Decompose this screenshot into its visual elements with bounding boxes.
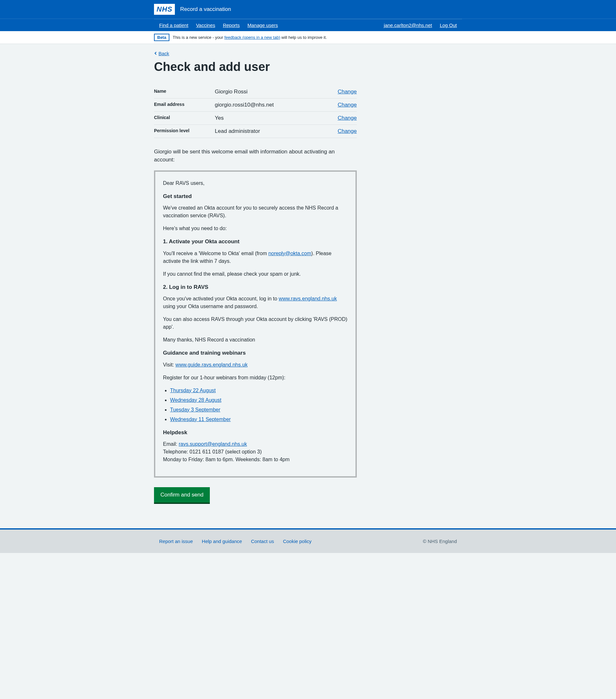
back-link[interactable]: Back xyxy=(154,51,169,56)
beta-banner: Beta This is a new service - your feedba… xyxy=(0,31,616,44)
summary-list: Name Giorgio Rossi Change Email address … xyxy=(154,85,357,138)
email-body: Monday to Friday: 8am to 6pm. Weekends: … xyxy=(163,456,348,463)
summary-row-name: Name Giorgio Rossi Change xyxy=(154,85,357,98)
summary-key: Clinical xyxy=(154,111,215,124)
change-permission-link[interactable]: Change xyxy=(337,128,357,134)
email-body: You can also access RAVS through your Ok… xyxy=(163,316,348,331)
ravs-url-link[interactable]: www.ravs.england.nhs.uk xyxy=(279,296,337,301)
webinar-link[interactable]: Wednesday 28 August xyxy=(170,397,222,403)
intro-text: Giorgio will be sent this welcome email … xyxy=(154,148,357,164)
email-body: Here's what you need to do: xyxy=(163,225,348,232)
email-heading-get-started: Get started xyxy=(163,192,348,201)
email-heading-activate: 1. Activate your Okta account xyxy=(163,237,348,246)
guide-url-link[interactable]: www.guide.ravs.england.nhs.uk xyxy=(175,362,248,368)
email-greeting: Dear RAVS users, xyxy=(163,180,348,187)
email-body: We've created an Okta account for you to… xyxy=(163,204,348,220)
nav-reports[interactable]: Reports xyxy=(223,23,240,28)
email-body: Visit: www.guide.ravs.england.nhs.uk xyxy=(163,361,348,369)
email-body: Register for our 1-hour webinars from mi… xyxy=(163,374,348,382)
footer-report-issue[interactable]: Report an issue xyxy=(159,539,193,544)
email-body: Many thanks, NHS Record a vaccination xyxy=(163,336,348,344)
change-name-link[interactable]: Change xyxy=(337,89,357,95)
summary-value: Lead administrator xyxy=(215,124,316,138)
footer-help[interactable]: Help and guidance xyxy=(202,539,242,544)
support-email-link[interactable]: ravs.support@england.nhs.uk xyxy=(179,441,247,447)
footer-cookie[interactable]: Cookie policy xyxy=(283,539,311,544)
summary-value: Yes xyxy=(215,111,316,124)
email-body: Email: ravs.support@england.nhs.uk xyxy=(163,440,348,448)
email-heading-guidance: Guidance and training webinars xyxy=(163,349,348,357)
service-name: Record a vaccination xyxy=(180,6,231,13)
summary-row-permission: Permission level Lead administrator Chan… xyxy=(154,124,357,138)
feedback-link[interactable]: feedback (opens in a new tab) xyxy=(224,35,280,40)
email-body: If you cannot find the email, please che… xyxy=(163,270,348,278)
footer-contact[interactable]: Contact us xyxy=(251,539,274,544)
nav-logout[interactable]: Log Out xyxy=(440,23,457,28)
summary-row-clinical: Clinical Yes Change xyxy=(154,111,357,124)
primary-nav: Find a patient Vaccines Reports Manage u… xyxy=(0,19,616,31)
nav-manage-users[interactable]: Manage users xyxy=(247,23,278,28)
summary-key: Name xyxy=(154,85,215,98)
summary-value: giorgio.rossi10@nhs.net xyxy=(215,98,316,111)
summary-row-email: Email address giorgio.rossi10@nhs.net Ch… xyxy=(154,98,357,111)
site-header: NHS Record a vaccination xyxy=(0,0,616,19)
chevron-left-icon xyxy=(154,52,157,55)
confirm-send-button[interactable]: Confirm and send xyxy=(154,487,210,503)
email-body: Once you've activated your Okta account,… xyxy=(163,295,348,311)
summary-value: Giorgio Rossi xyxy=(215,85,316,98)
nhs-logo: NHS xyxy=(154,4,175,15)
email-body: You'll receive a 'Welcome to Okta' email… xyxy=(163,250,348,265)
noreply-link[interactable]: noreply@okta.com xyxy=(268,251,311,256)
webinar-list: Thursday 22 August Wednesday 28 August T… xyxy=(163,387,348,423)
change-email-link[interactable]: Change xyxy=(337,102,357,108)
summary-key: Email address xyxy=(154,98,215,111)
change-clinical-link[interactable]: Change xyxy=(337,115,357,121)
email-body: Telephone: 0121 611 0187 (select option … xyxy=(163,448,348,456)
webinar-link[interactable]: Wednesday 11 September xyxy=(170,417,231,422)
nav-find-patient[interactable]: Find a patient xyxy=(159,23,188,28)
beta-tag: Beta xyxy=(154,34,170,41)
email-preview: Dear RAVS users, Get started We've creat… xyxy=(154,170,357,478)
page-title: Check and add user xyxy=(154,60,462,74)
email-heading-helpdesk: Helpdesk xyxy=(163,428,348,437)
webinar-link[interactable]: Tuesday 3 September xyxy=(170,407,220,412)
summary-key: Permission level xyxy=(154,124,215,138)
footer: Report an issue Help and guidance Contac… xyxy=(0,529,616,553)
beta-text: This is a new service - your feedback (o… xyxy=(173,35,327,40)
footer-copyright: © NHS England xyxy=(423,539,462,544)
email-heading-login: 2. Log in to RAVS xyxy=(163,283,348,291)
webinar-link[interactable]: Thursday 22 August xyxy=(170,388,216,393)
nav-vaccines[interactable]: Vaccines xyxy=(196,23,215,28)
nav-user-email[interactable]: jane.carlton2@nhs.net xyxy=(384,23,432,28)
